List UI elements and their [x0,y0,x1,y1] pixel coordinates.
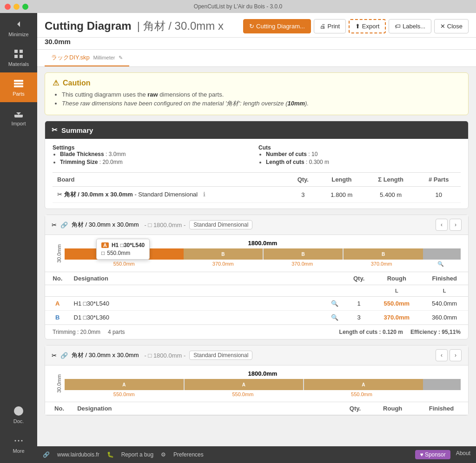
board2-name: 角材 / 30.0mm x 30.0mm [72,351,139,359]
summary-section: ✂ Summary Settings Blade Thickness : 3.0… [45,121,469,209]
board1-name: 角材 / 30.0mm x 30.0mm [72,221,139,229]
board1-footer: Trimming : 20.0mm 4 parts Length of cuts… [45,325,468,339]
part-row-b: B D1 □30*L360 🔍 3 370.0mm 360.0mm [45,311,468,325]
board2-prev-button[interactable]: ‹ [436,349,448,361]
bar-label-b2: 370.0mm [263,261,342,267]
tooltip-part: H1 □30*L540 [112,242,145,248]
b2-col-designation: Designation [73,402,327,415]
board2-bar-labels: 550.0mm 550.0mm 550.0mm [65,391,461,397]
board2-label-a2: 550.0mm [184,391,303,397]
board2-nav-arrows: ‹ › [436,349,462,361]
parts-table: No. Designation Qty. Rough Finished [45,272,468,325]
col-qty: Qty. [288,173,318,187]
caution-box: ⚠ Caution This cutting diagramm uses the… [45,72,469,115]
sidebar-item-doc[interactable]: Doc. [11,400,26,430]
sigma-cell: 5.400 m [365,187,417,203]
summary-body: Settings Blade Thickness : 3.0mm Trimmin… [45,139,468,209]
warning-icon: ⚠ [53,78,59,87]
col-designation: Designation [70,272,324,285]
window-controls[interactable] [5,4,28,10]
settings-col: Settings Blade Thickness : 3.0mm Trimmin… [53,144,255,167]
part-search-b[interactable]: 🔍 [324,311,345,325]
board2-seg-empty [423,379,461,390]
titlebar: OpenCutList by L'Air du Bois - 3.0.0 [0,0,476,13]
sidebar-import-label: Import [11,121,26,126]
b2-col-no: No. [45,402,73,415]
col-board: Board [53,173,288,187]
report-bug-link[interactable]: Report a bug [121,451,153,458]
svg-rect-5 [14,83,23,85]
prev-board-button[interactable]: ‹ [436,219,448,231]
col-length: Length [318,173,365,187]
col-parts: # Parts [416,173,461,187]
maximize-window-button[interactable] [22,4,28,10]
board1-size: - □ 1800.0mm - [144,222,185,228]
app-title: OpenCutList by L'Air du Bois - 3.0.0 [194,3,282,10]
summary-grid: Settings Blade Thickness : 3.0mm Trimmin… [53,144,461,167]
print-button[interactable]: 🖨 Print [314,19,346,33]
col-finished: Finished [421,272,468,285]
about-link[interactable]: About [456,450,470,459]
labels-button[interactable]: 🏷 Labels... [389,19,431,33]
board1-header: ✂ 🔗 角材 / 30.0mm x 30.0mm - □ 1800.0mm - … [45,215,468,235]
y-axis-label: 30.0mm [56,244,62,263]
main-content: ⚠ Caution This cutting diagramm uses the… [37,67,476,446]
col-search [324,272,345,285]
caution-line-2: These raw dimensions have been configure… [62,99,461,108]
sidebar-doc-label: Doc. [13,418,24,424]
b2-col-qty: Qty. [340,402,371,415]
svg-rect-4 [14,80,23,82]
sidebar: Minimize Materials Parts Import Doc. Mor… [0,13,37,463]
bug-icon: 🐛 [107,451,114,458]
next-board-button[interactable]: › [450,219,462,231]
svg-rect-2 [14,55,18,58]
num-cuts-item: Number of cuts : 10 [266,151,461,157]
b2-col-rough: Rough [370,402,415,415]
bar-label-b1: 370.0mm [184,261,263,267]
website-link[interactable]: www.lairdubois.fr [57,451,99,458]
bar-seg-empty [423,248,461,260]
part-tooltip: A H1 □30*L540 □ 550.0mm [96,239,150,260]
settings-label: Settings [53,144,74,151]
minimize-window-button[interactable] [13,4,20,10]
header-actions: ↻ Cutting Diagram... 🖨 Print ⬆ Export 🏷 … [243,19,469,33]
export-button[interactable]: ⬆ Export [349,19,386,33]
part-finished-b: 360.0mm [421,311,468,325]
tab-file[interactable]: ラックDIY.skp Millimeter ✎ [45,50,129,66]
subh-qty [345,285,372,297]
page-header: Cutting Diagram | 角材 / 30.0mm x ↻ Cuttin… [37,13,476,38]
import-icon [13,108,24,119]
board2-seg-a3: A [304,379,423,390]
part-qty-a: 1 [345,297,372,311]
sidebar-minimize-label: Minimize [8,32,28,37]
sidebar-item-minimize[interactable]: Minimize [0,13,37,43]
part-search-a[interactable]: 🔍 [324,297,345,311]
sidebar-materials-label: Materials [8,61,29,67]
sidebar-item-materials[interactable]: Materials [0,43,37,72]
board2-header: ✂ 🔗 角材 / 30.0mm x 30.0mm - □ 1800.0mm - … [45,346,468,365]
close-window-button[interactable] [5,4,11,10]
board1-link-icon: 🔗 [60,222,68,228]
question-icon [13,405,24,417]
sponsor-button[interactable]: ♥ Sponsor [415,450,450,459]
preferences-link[interactable]: Preferences [173,451,204,458]
sidebar-item-import[interactable]: Import [0,102,37,132]
board2-next-button[interactable]: › [450,349,462,361]
sidebar-item-parts[interactable]: Parts [0,72,37,102]
cutting-diagram-button[interactable]: ↻ Cutting Diagram... [243,19,311,33]
board2-total: 1800.0mm [65,370,461,377]
board1-section: ✂ 🔗 角材 / 30.0mm x 30.0mm - □ 1800.0mm - … [45,215,469,339]
col-no: No. [45,272,70,285]
part-name-a: H1 □30*L540 [70,297,324,311]
sidebar-item-more[interactable]: More [11,430,26,459]
close-button[interactable]: ✕ Close [434,19,469,33]
edit-icon[interactable]: ✎ [119,55,123,60]
length-cuts-footer: Length of cuts : 0.120 m [339,329,403,335]
board2-section: ✂ 🔗 角材 / 30.0mm x 30.0mm - □ 1800.0mm - … [45,345,469,416]
col-sigma: Σ Length [365,173,417,187]
part-name-b: D1 □30*L360 [70,311,324,325]
chevron-left-icon [13,19,24,30]
qty-cell: 3 [288,187,318,203]
board-cell: ✂ 角材 / 30.0mm x 30.0mm - Standard Dimens… [53,187,288,203]
board2-scissor-icon: ✂ [52,352,57,359]
